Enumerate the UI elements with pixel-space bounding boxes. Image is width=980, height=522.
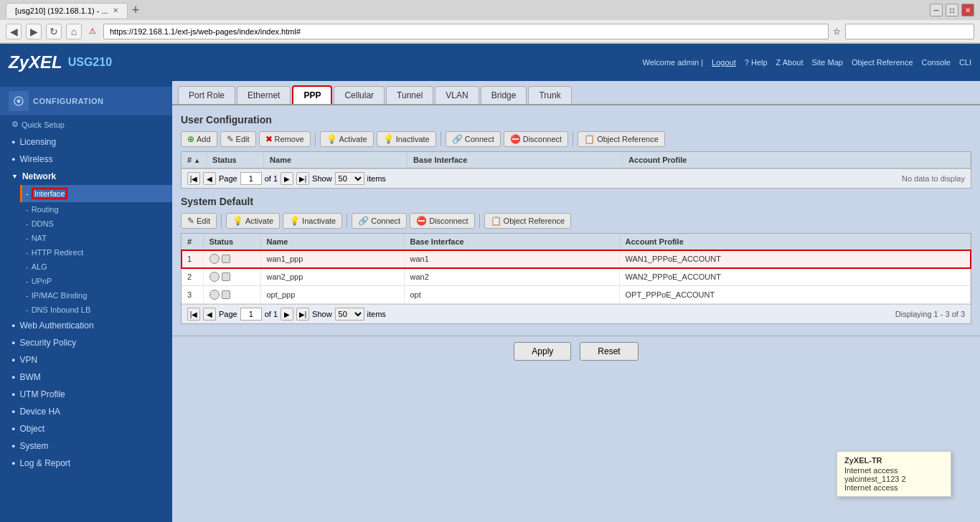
tab-tunnel[interactable]: Tunnel (386, 86, 433, 104)
connect-icon: 🔗 (452, 134, 463, 144)
tab-close-icon[interactable]: ✕ (113, 6, 118, 14)
page-input-uc[interactable] (240, 172, 262, 185)
console-link[interactable]: Console (922, 58, 951, 67)
table-row[interactable]: 2 wan2_ppp wan2 WAN2_PPPoE_ACCOUNT (182, 268, 971, 286)
connect-button-user[interactable]: 🔗 Connect (446, 131, 501, 147)
sidebar-item-device-ha[interactable]: ● Device HA (0, 403, 172, 420)
site-map-link[interactable]: Site Map (811, 58, 842, 67)
home-button[interactable]: ⌂ (66, 24, 82, 39)
browser-tab[interactable]: [usg210] (192.168.1.1) - ... ✕ (6, 3, 128, 18)
browser-titlebar: [usg210] (192.168.1.1) - ... ✕ + ─ □ ✕ (0, 0, 980, 20)
user-config-table-wrapper: # ▲ Status Name Base Interface Account P… (181, 151, 971, 189)
sidebar-item-object[interactable]: ● Object (0, 420, 172, 437)
minimize-button[interactable]: ─ (930, 4, 943, 16)
next-page-btn-uc[interactable]: ▶ (281, 172, 293, 185)
sidebar-item-system[interactable]: ● System (0, 437, 172, 455)
sidebar-item-utm-profile[interactable]: ● UTM Profile (0, 386, 172, 403)
col-num-uc: # ▲ (182, 152, 207, 169)
bookmark-icon[interactable]: ☆ (833, 27, 841, 37)
tooltip-line2: yalcintest_1123 2 (844, 475, 943, 483)
reset-button[interactable]: Reset (580, 342, 638, 361)
row3-name: opt_ppp (260, 286, 404, 304)
no-data-label: No data to display (389, 174, 965, 183)
show-select-sd[interactable]: 50100 (335, 308, 364, 321)
about-link[interactable]: Z About (776, 58, 804, 67)
close-button[interactable]: ✕ (961, 4, 974, 16)
sidebar-subitem-alg[interactable]: - ALG (20, 260, 172, 274)
first-page-btn-uc[interactable]: |◀ (187, 172, 200, 185)
page-label-sd: Page (219, 310, 237, 318)
inactivate-button-sd[interactable]: 💡 Inactivate (283, 213, 342, 229)
sidebar-item-wireless[interactable]: ● Wireless (0, 151, 172, 168)
table-row[interactable]: 1 wan1_ppp wan1 WAN1_PPPoE_ACCOUNT (182, 250, 971, 268)
disconnect-button-user[interactable]: ⛔ Disconnect (504, 131, 568, 147)
refresh-button[interactable]: ↻ (46, 24, 62, 39)
tab-bridge[interactable]: Bridge (481, 86, 527, 104)
browser-chrome: [usg210] (192.168.1.1) - ... ✕ + ─ □ ✕ ◀… (0, 0, 980, 44)
sidebar-item-vpn[interactable]: ● VPN (0, 351, 172, 369)
tab-vlan[interactable]: VLAN (435, 86, 479, 104)
sidebar-item-bwm[interactable]: ● BWM (0, 369, 172, 386)
tab-port-role[interactable]: Port Role (178, 86, 235, 104)
row2-num: 2 (182, 268, 203, 286)
sidebar-subitem-interface[interactable]: - Interface (20, 185, 172, 202)
prev-page-btn-sd[interactable]: ◀ (203, 308, 216, 321)
sidebar-subitem-ip-mac-binding[interactable]: - IP/MAC Binding (20, 288, 172, 303)
edit-button-user[interactable]: ✎ Edit (220, 131, 256, 147)
remove-button[interactable]: ✖ Remove (259, 131, 311, 147)
add-button[interactable]: ⊕ Add (181, 131, 217, 147)
object-ref-link[interactable]: Object Reference (852, 58, 913, 67)
table-row[interactable]: 3 opt_ppp opt OPT_PPPoE_ACCOUNT (182, 286, 971, 304)
items-label-uc: items (367, 174, 386, 183)
next-page-btn-sd[interactable]: ▶ (281, 308, 293, 321)
new-tab-icon[interactable]: + (132, 3, 140, 18)
connect-button-sd[interactable]: 🔗 Connect (352, 213, 407, 229)
address-bar[interactable] (103, 24, 829, 39)
activate-button-user[interactable]: 💡 Activate (320, 131, 374, 147)
page-input-sd[interactable] (240, 308, 262, 321)
bullet-upnp: - (26, 277, 29, 285)
last-page-btn-sd[interactable]: ▶| (296, 308, 309, 321)
show-select-uc[interactable]: 50100 (335, 172, 364, 185)
disconnect-button-sd[interactable]: ⛔ Disconnect (410, 213, 474, 229)
of-label-sd: of 1 (265, 310, 278, 318)
tab-ppp[interactable]: PPP (292, 85, 332, 104)
help-link[interactable]: ? Help (745, 58, 768, 67)
first-page-btn-sd[interactable]: |◀ (187, 308, 200, 321)
logout-link[interactable]: Logout (712, 58, 736, 67)
browser-search-input[interactable] (845, 24, 974, 39)
row2-base-interface: wan2 (404, 268, 619, 286)
sidebar-item-network[interactable]: ▼ Network (0, 168, 172, 185)
sep2 (440, 132, 441, 146)
sidebar-subitem-http-redirect[interactable]: - HTTP Redirect (20, 245, 172, 260)
quick-setup-item[interactable]: ⚙ Quick Setup (0, 115, 172, 133)
activate-button-sd[interactable]: 💡 Activate (226, 213, 280, 229)
object-ref-button-sd[interactable]: 📋 Object Reference (484, 213, 572, 229)
apply-button[interactable]: Apply (514, 342, 571, 361)
tab-trunk[interactable]: Trunk (528, 86, 571, 104)
bullet-interface: - (26, 189, 29, 198)
sidebar: CONFIGURATION ⚙ Quick Setup ● Licensing … (0, 81, 172, 522)
prev-page-btn-uc[interactable]: ◀ (203, 172, 216, 185)
last-page-btn-uc[interactable]: ▶| (296, 172, 309, 185)
sidebar-item-security-policy[interactable]: ● Security Policy (0, 334, 172, 351)
sidebar-subitem-routing[interactable]: - Routing (20, 202, 172, 217)
sidebar-subitem-nat[interactable]: - NAT (20, 231, 172, 245)
maximize-button[interactable]: □ (946, 4, 958, 16)
sidebar-subitem-dns-inbound-lb[interactable]: - DNS Inbound LB (20, 303, 172, 317)
connect-icon-sd: 🔗 (358, 216, 369, 226)
tab-cellular[interactable]: Cellular (334, 86, 385, 104)
tab-ethernet[interactable]: Ethernet (237, 86, 291, 104)
inactivate-button-user[interactable]: 💡 Inactivate (377, 131, 436, 147)
back-button[interactable]: ◀ (6, 24, 22, 39)
sidebar-subitem-upnp[interactable]: - UPnP (20, 274, 172, 288)
forward-button[interactable]: ▶ (26, 24, 42, 39)
sidebar-label-bwm: BWM (19, 372, 40, 382)
edit-button-sd[interactable]: ✎ Edit (181, 213, 217, 229)
sidebar-subitem-ddns[interactable]: - DDNS (20, 217, 172, 231)
sidebar-item-log-report[interactable]: ● Log & Report (0, 455, 172, 472)
object-ref-button-user[interactable]: 📋 Object Reference (578, 131, 665, 147)
cli-link[interactable]: CLI (959, 58, 971, 67)
sidebar-item-licensing[interactable]: ● Licensing (0, 133, 172, 151)
sidebar-item-web-auth[interactable]: ● Web Authentication (0, 317, 172, 334)
